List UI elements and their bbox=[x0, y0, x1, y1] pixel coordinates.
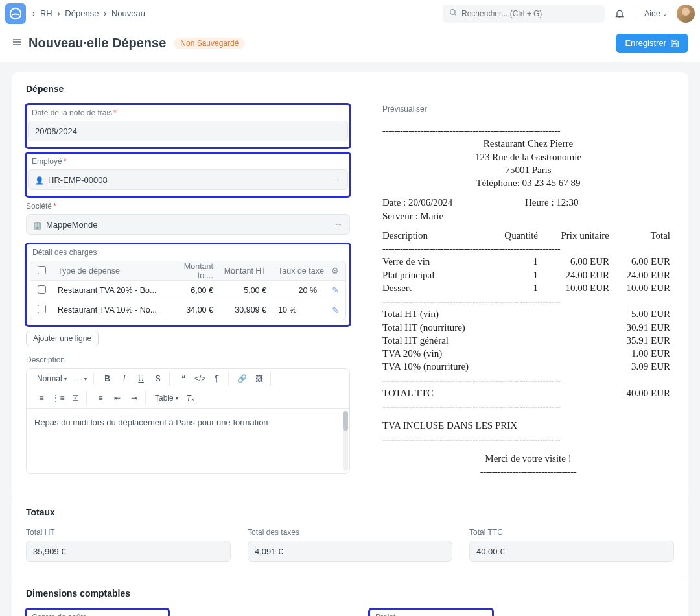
link-icon[interactable]: 🔗 bbox=[235, 372, 250, 386]
project-label: Projet bbox=[371, 610, 491, 616]
person-icon: 👤 bbox=[35, 176, 44, 184]
table-row[interactable]: Restaurant TVA 10% - No... 34,00 € 30,90… bbox=[30, 300, 345, 320]
code-icon[interactable]: </> bbox=[193, 372, 207, 386]
global-search[interactable] bbox=[443, 5, 605, 23]
unsaved-badge: Non Sauvegardé bbox=[174, 38, 245, 49]
arrow-right-icon[interactable]: → bbox=[332, 174, 341, 185]
row-checkbox[interactable] bbox=[38, 285, 46, 294]
costcenter-label: Centre de coûts bbox=[28, 610, 167, 616]
user-avatar[interactable] bbox=[677, 5, 695, 23]
notifications-icon[interactable] bbox=[614, 8, 625, 19]
quote-icon[interactable]: ❝ bbox=[176, 372, 191, 386]
building-icon: 🏢 bbox=[33, 221, 42, 229]
list-ordered-icon[interactable]: ≡ bbox=[34, 391, 49, 405]
total-tax-value: 4,091 € bbox=[248, 541, 452, 562]
italic-icon[interactable]: I bbox=[117, 372, 132, 386]
employee-field-highlight: Employé* 👤HR-EMP-00008 → bbox=[26, 153, 350, 196]
col-header-tax: Taux de taxe bbox=[273, 267, 325, 276]
rte-table-select[interactable]: Table ▾ bbox=[152, 392, 181, 404]
col-header-type: Type de dépense bbox=[52, 267, 167, 276]
underline-icon[interactable]: U bbox=[134, 372, 148, 386]
select-all-checkbox[interactable] bbox=[38, 266, 46, 274]
project-highlight: Projet ⌸PROJ-0001 bbox=[369, 609, 493, 616]
rte-toolbar: Normal ▾ --- ▾ B I U S ❝ </> ¶ bbox=[27, 369, 349, 409]
costcenter-highlight: Centre de coûts ⌸Principal - MM bbox=[26, 609, 169, 616]
total-ttc-value: 40,00 € bbox=[469, 541, 674, 562]
row-checkbox[interactable] bbox=[38, 305, 46, 313]
search-icon bbox=[449, 8, 458, 19]
total-ht-value: 35,909 € bbox=[26, 541, 231, 562]
add-row-button[interactable]: Ajouter une ligne bbox=[26, 331, 99, 346]
col-header-ht: Montant HT bbox=[220, 267, 273, 276]
total-ht-label: Total HT bbox=[26, 528, 231, 537]
image-icon[interactable]: 🖼 bbox=[252, 372, 266, 386]
rte-paragraph-select[interactable]: Normal ▾ bbox=[34, 373, 69, 385]
description-label: Description bbox=[26, 355, 350, 364]
clear-format-icon[interactable]: Tₓ bbox=[183, 391, 198, 405]
indent-decrease-icon[interactable]: ⇤ bbox=[110, 391, 124, 405]
gear-icon[interactable]: ⚙ bbox=[325, 266, 345, 276]
section-expense-heading: Dépense bbox=[26, 84, 674, 94]
menu-toggle-icon[interactable] bbox=[12, 37, 22, 49]
rich-text-editor: Normal ▾ --- ▾ B I U S ❝ </> ¶ bbox=[26, 368, 350, 474]
date-label: Date de la note de frais* bbox=[28, 106, 348, 117]
edit-row-icon[interactable]: ✎ bbox=[325, 305, 345, 315]
company-label: Société* bbox=[26, 202, 350, 211]
save-icon bbox=[670, 39, 679, 48]
employee-label: Employé* bbox=[28, 154, 348, 166]
scrollbar[interactable] bbox=[343, 411, 348, 471]
pilcrow-icon[interactable]: ¶ bbox=[210, 372, 224, 386]
col-header-total: Montant tot... bbox=[167, 262, 220, 280]
rte-textarea[interactable]: Repas du midi lors du déplacement à Pari… bbox=[27, 409, 349, 473]
list-bullet-icon[interactable]: ⋮≡ bbox=[51, 391, 65, 405]
date-field-highlight: Date de la note de frais* 20/06/2024 bbox=[26, 104, 350, 148]
company-input[interactable]: 🏢MappeMonde → bbox=[26, 214, 350, 235]
search-input[interactable] bbox=[461, 9, 598, 18]
total-tax-label: Total des taxes bbox=[248, 528, 452, 537]
table-row[interactable]: Restaurant TVA 20% - Bo... 6,00 € 5,00 €… bbox=[30, 281, 345, 300]
bold-icon[interactable]: B bbox=[100, 372, 115, 386]
date-input[interactable]: 20/06/2024 bbox=[28, 121, 348, 141]
total-ttc-label: Total TTC bbox=[469, 528, 674, 537]
help-link[interactable]: Aide ⌄ bbox=[644, 9, 668, 18]
list-check-icon[interactable]: ☑ bbox=[68, 391, 82, 405]
save-button[interactable]: Enregistrer bbox=[616, 34, 688, 53]
breadcrumb[interactable]: › RH › Dépense › Nouveau bbox=[31, 8, 146, 18]
align-left-icon[interactable]: ≡ bbox=[93, 391, 108, 405]
indent-increase-icon[interactable]: ⇥ bbox=[127, 391, 141, 405]
edit-row-icon[interactable]: ✎ bbox=[325, 285, 345, 295]
charges-label: Détail des charges bbox=[30, 248, 346, 257]
arrow-right-icon[interactable]: → bbox=[334, 219, 343, 230]
svg-line-2 bbox=[454, 14, 456, 16]
app-logo[interactable] bbox=[5, 3, 26, 24]
strike-icon[interactable]: S bbox=[151, 372, 165, 386]
titlebar: Nouveau·elle Dépense Non Sauvegardé Enre… bbox=[0, 27, 700, 62]
preview-label: Prévisualiser bbox=[382, 104, 674, 113]
svg-point-1 bbox=[450, 9, 456, 14]
employee-input[interactable]: 👤HR-EMP-00008 → bbox=[28, 169, 348, 190]
charges-table: Type de dépense Montant tot... Montant H… bbox=[30, 261, 346, 320]
page-title: Nouveau·elle Dépense bbox=[29, 36, 166, 51]
section-totals-heading: Totaux bbox=[26, 507, 674, 517]
topbar: › RH › Dépense › Nouveau Aide ⌄ bbox=[0, 0, 700, 27]
section-dims-heading: Dimensions comptables bbox=[26, 588, 674, 598]
charges-highlight: Détail des charges Type de dépense Monta… bbox=[26, 244, 350, 326]
receipt-preview: ----------------------------------------… bbox=[382, 121, 674, 480]
rte-fontsize-select[interactable]: --- ▾ bbox=[72, 373, 89, 385]
